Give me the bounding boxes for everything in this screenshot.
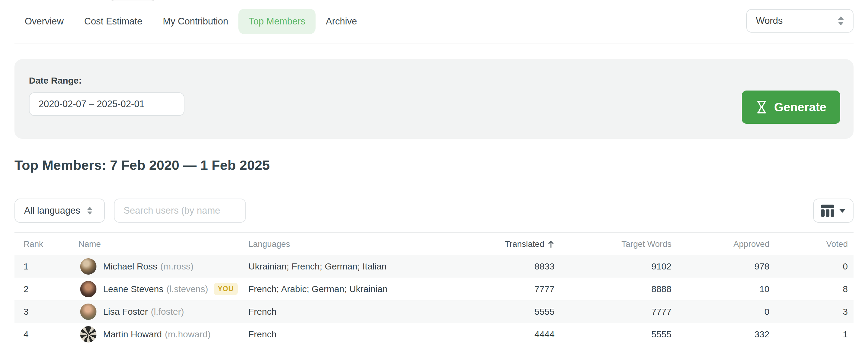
- table-row: 4 Martin Howard (m.howard) French 4444 5…: [14, 323, 854, 344]
- approved-value: 10: [672, 284, 770, 294]
- rank-value: 1: [14, 261, 79, 271]
- voted-value: 8: [770, 284, 848, 294]
- user-username: (m.ross): [160, 261, 193, 271]
- page-title: Top Members: 7 Feb 2020 — 1 Feb 2025: [14, 157, 270, 173]
- sort-ascending-icon: [547, 240, 555, 248]
- column-header-name[interactable]: Name: [79, 239, 248, 249]
- translated-value: 4444: [441, 329, 555, 340]
- target-words-value: 8888: [555, 284, 672, 294]
- generate-button-label: Generate: [774, 101, 827, 114]
- chevron-down-icon: [839, 209, 846, 213]
- column-header-rank[interactable]: Rank: [14, 239, 79, 249]
- user-username: (l.stevens): [166, 284, 208, 294]
- user-username: (l.foster): [151, 307, 184, 317]
- languages-value: French; Arabic; German; Ukrainian: [248, 284, 441, 294]
- voted-value: 3: [770, 307, 848, 317]
- languages-value: French: [248, 329, 441, 340]
- table-header-row: Rank Name Languages Translated Target Wo…: [14, 232, 854, 255]
- column-header-translated[interactable]: Translated: [441, 239, 555, 249]
- languages-value: Ukrainian; French; German; Italian: [248, 261, 441, 271]
- top-members-table: Rank Name Languages Translated Target Wo…: [14, 232, 854, 344]
- select-arrows-icon: [87, 207, 92, 214]
- target-words-value: 9102: [555, 261, 672, 271]
- avatar: [80, 258, 96, 275]
- unit-select[interactable]: Words: [746, 9, 854, 33]
- user-name: Martin Howard: [103, 329, 162, 340]
- rank-value: 3: [14, 307, 79, 317]
- you-badge: YOU: [214, 283, 238, 295]
- user-username: (m.howard): [165, 329, 211, 340]
- approved-value: 0: [672, 307, 770, 317]
- tab-archive[interactable]: Archive: [315, 9, 367, 34]
- translated-value: 5555: [441, 307, 555, 317]
- unit-select-value: Words: [756, 16, 783, 26]
- report-tabs: Overview Cost Estimate My Contribution T…: [14, 0, 854, 44]
- language-filter-value: All languages: [24, 205, 80, 216]
- tab-top-members[interactable]: Top Members: [239, 9, 315, 34]
- table-columns-icon: [821, 205, 834, 217]
- report-generator-panel: Date Range: Generate: [14, 59, 854, 139]
- voted-value: 0: [770, 261, 848, 271]
- columns-settings-button[interactable]: [813, 199, 854, 223]
- search-input[interactable]: [114, 199, 246, 223]
- table-row: 3 Lisa Foster (l.foster) French 5555 777…: [14, 300, 854, 323]
- column-header-languages[interactable]: Languages: [248, 239, 441, 249]
- rank-value: 4: [14, 329, 79, 340]
- column-header-approved[interactable]: Approved: [672, 239, 770, 249]
- translated-value: 7777: [441, 284, 555, 294]
- languages-value: French: [248, 307, 441, 317]
- date-range-input[interactable]: [29, 92, 184, 116]
- approved-value: 332: [672, 329, 770, 340]
- user-name: Lisa Foster: [103, 307, 148, 317]
- rank-value: 2: [14, 284, 79, 294]
- user-cell[interactable]: Michael Ross (m.ross): [79, 258, 248, 275]
- avatar: [80, 326, 96, 343]
- user-name: Leane Stevens: [103, 284, 163, 294]
- target-words-value: 5555: [555, 329, 672, 340]
- target-words-value: 7777: [555, 307, 672, 317]
- select-arrows-icon: [838, 16, 844, 25]
- approved-value: 978: [672, 261, 770, 271]
- column-header-voted[interactable]: Voted: [770, 239, 848, 249]
- tab-cost-estimate[interactable]: Cost Estimate: [74, 9, 153, 34]
- avatar: [80, 304, 96, 320]
- table-row: 2 Leane Stevens (l.stevens) YOU French; …: [14, 278, 854, 300]
- tab-my-contribution[interactable]: My Contribution: [153, 9, 239, 34]
- translated-value: 8833: [441, 261, 555, 271]
- tab-overview[interactable]: Overview: [14, 9, 74, 34]
- date-range-label: Date Range:: [29, 76, 82, 86]
- user-cell[interactable]: Lisa Foster (l.foster): [79, 304, 248, 320]
- column-header-target-words[interactable]: Target Words: [555, 239, 672, 249]
- user-cell[interactable]: Leane Stevens (l.stevens) YOU: [79, 281, 248, 297]
- table-row: 1 Michael Ross (m.ross) Ukrainian; Frenc…: [14, 255, 854, 278]
- language-filter-select[interactable]: All languages: [14, 199, 105, 223]
- voted-value: 1: [770, 329, 848, 340]
- user-name: Michael Ross: [103, 261, 157, 271]
- generate-button[interactable]: Generate: [742, 90, 840, 124]
- filters-row: All languages: [14, 199, 854, 223]
- user-cell[interactable]: Martin Howard (m.howard): [79, 326, 248, 343]
- avatar: [80, 281, 96, 297]
- hourglass-icon: [755, 101, 768, 114]
